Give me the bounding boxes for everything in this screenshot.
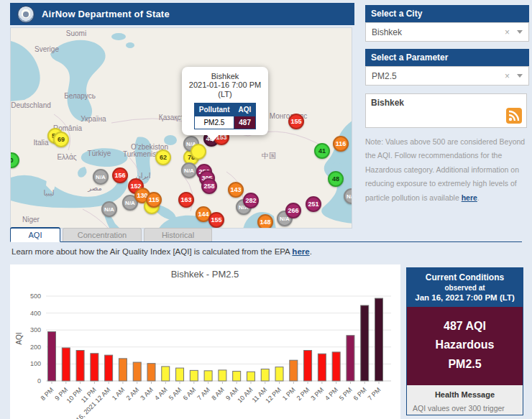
chart-x-tick: 4 AM: [153, 386, 169, 402]
beyond-aqi-note: Note: Values above 500 are considered Be…: [365, 135, 528, 205]
department-of-state-seal-icon: [17, 6, 35, 23]
chart-bar: [204, 371, 212, 381]
chart-y-axis-label: AQI: [15, 332, 23, 344]
parameter-select[interactable]: PM2.5 ×: [365, 66, 529, 86]
aqi-marker[interactable]: 266: [285, 203, 301, 218]
aqi-marker[interactable]: N/A: [93, 169, 109, 185]
chart-x-tick: 6 PM: [352, 386, 368, 402]
chart-bar: [318, 354, 326, 381]
chart-x-tick: 8 PM: [39, 386, 55, 402]
parameter-widget: Select a Parameter PM2.5 ×: [365, 49, 529, 86]
aqi-category: Hazardous: [410, 336, 520, 354]
city-clear-icon[interactable]: ×: [505, 27, 510, 37]
chart-x-tick: 10 AM: [236, 386, 254, 404]
chart-x-tick: 4 PM: [324, 386, 339, 402]
aqi-marker[interactable]: 143: [228, 182, 244, 198]
aqi-marker[interactable]: 69: [53, 132, 69, 147]
note-here-link[interactable]: here: [462, 193, 477, 202]
app-header: AirNow Department of State: [10, 3, 354, 25]
city-widget: Select a City Bishkek ×: [365, 5, 529, 42]
feed-city-name: Bishkek: [371, 98, 521, 108]
aqi-marker[interactable]: 116: [333, 136, 349, 152]
aqi-marker[interactable]: 258: [201, 178, 217, 194]
aqi-marker[interactable]: N/A: [101, 201, 117, 217]
chart-bar: [304, 351, 312, 381]
parameter-widget-title: Select a Parameter: [365, 49, 529, 66]
aqi-marker[interactable]: 48: [328, 171, 344, 187]
chart-y-tick: 100: [30, 360, 41, 367]
chart-x-tick: 2 PM: [295, 386, 311, 402]
aqi-value-box: 487 AQI Hazardous PM2.5: [407, 307, 523, 385]
current-conditions-panel: Current Conditions observed at Jan 16, 2…: [406, 267, 523, 415]
chart-x-tick: 7 AM: [196, 386, 211, 402]
chart-x-tick: 10 PM: [65, 386, 83, 404]
popup-datetime: 2021-01-16 7:00 PM (LT): [186, 80, 264, 99]
chart-x-tick: 2 AM: [125, 386, 141, 402]
chart-x-tick: 5 PM: [338, 386, 354, 402]
aqi-marker[interactable]: 115: [146, 192, 162, 208]
chart-bar: [62, 348, 70, 381]
aqi-marker[interactable]: 156: [112, 167, 128, 183]
city-select[interactable]: Bishkek ×: [365, 22, 529, 42]
aqi-marker[interactable]: 41: [314, 143, 330, 159]
aqi-marker[interactable]: 163: [178, 192, 194, 208]
health-message-text: AQI values over 300 trigger health warni…: [413, 402, 517, 415]
chart-x-tick: 1 AM: [111, 386, 127, 402]
aqi-marker[interactable]: 155: [208, 212, 224, 228]
map-popup: Bishkek 2021-01-16 7:00 PM (LT) Pollutan…: [182, 67, 268, 135]
chart-bar: [219, 370, 226, 381]
aqi-parameter: PM2.5: [410, 355, 520, 374]
chart-bar: [233, 372, 241, 381]
current-conditions-title: Current Conditions: [410, 272, 520, 282]
learn-more-after: .: [310, 247, 312, 256]
note-after: .: [477, 193, 480, 202]
parameter-chevron-down-icon[interactable]: [517, 74, 523, 78]
popup-aqi-value: 487: [234, 116, 256, 129]
epa-link[interactable]: here: [292, 247, 309, 256]
chart-bar: [91, 354, 98, 381]
current-conditions-datetime: Jan 16, 2021 7:00 PM (LT): [410, 293, 520, 302]
aqi-marker[interactable]: 282: [243, 193, 259, 208]
learn-more-text: Learn more about how the Air Quality Ind…: [12, 247, 312, 256]
tab-bar: AQI Concentration Historical: [10, 229, 522, 242]
chart-bar: [361, 305, 369, 381]
chart-x-tick: 3 AM: [139, 386, 155, 402]
tab-historical[interactable]: Historical: [144, 228, 212, 241]
learn-more-before: Learn more about how the Air Quality Ind…: [12, 247, 292, 256]
aqi-marker[interactable]: 148: [257, 214, 273, 229]
rss-icon[interactable]: [506, 108, 522, 124]
aqi-marker[interactable]: N/A: [181, 162, 197, 178]
aqi-map[interactable]: SuomiSverigeБеларусьDeutschlandУкраїнаRo…: [10, 27, 352, 229]
chart-bar: [162, 367, 170, 381]
popup-city: Bishkek: [186, 72, 264, 80]
chart-bar: [275, 367, 283, 381]
aqi-marker[interactable]: 62: [155, 149, 171, 165]
chart-bar: [133, 362, 141, 381]
popup-pollutant-value: PM2.5: [194, 116, 234, 129]
chart-x-tick: 12 PM: [264, 386, 282, 404]
chart-bar: [247, 372, 254, 381]
chart-y-tick: 400: [30, 310, 41, 317]
chart-y-tick: 0: [37, 377, 41, 385]
city-chevron-down-icon[interactable]: [517, 30, 523, 34]
aqi-marker[interactable]: 155: [288, 114, 304, 129]
chart-y-tick: 300: [30, 326, 41, 333]
chart-x-tick: 8 AM: [210, 386, 226, 402]
aqi-marker[interactable]: 251: [306, 196, 321, 212]
chart-x-tick: 5 AM: [168, 386, 183, 402]
chart-x-tick: 7 PM: [366, 386, 382, 402]
airnow-page: AirNow Department of State: [0, 0, 532, 419]
popup-table: Pollutant AQI PM2.5 487: [194, 103, 257, 129]
chart-bar: [119, 359, 127, 381]
chart-title: Bishkek - PM2.5: [171, 269, 239, 280]
chart-bar: [76, 351, 84, 381]
aqi-marker[interactable]: [191, 144, 206, 160]
current-conditions-header: Current Conditions observed at Jan 16, 2…: [407, 268, 523, 307]
city-select-value: Bishkek: [372, 27, 505, 37]
parameter-clear-icon[interactable]: ×: [505, 71, 510, 81]
tab-aqi[interactable]: AQI: [10, 227, 60, 242]
chart-bar: [176, 368, 184, 381]
chart-bar: [190, 370, 198, 381]
tab-concentration[interactable]: Concentration: [63, 228, 142, 241]
note-before: Note: Values above 500 are considered Be…: [365, 137, 525, 202]
